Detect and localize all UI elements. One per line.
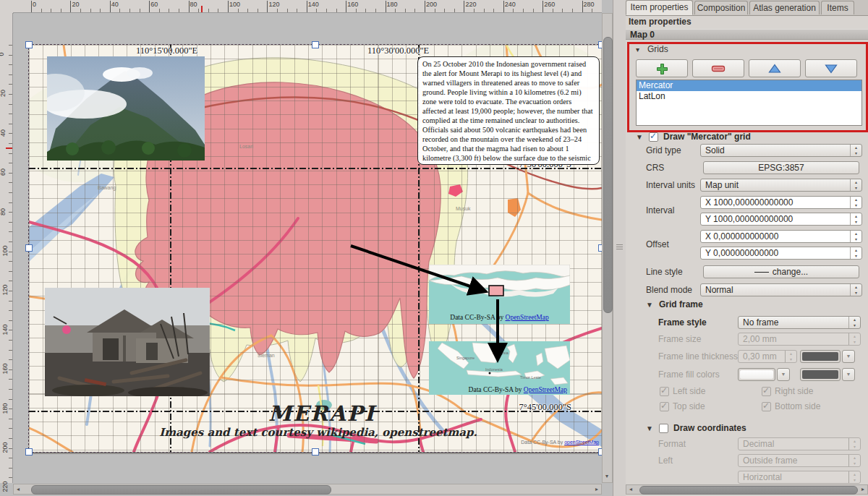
tab-item-properties[interactable]: Item properties xyxy=(626,0,693,15)
place-label: Sleman xyxy=(258,353,275,358)
panel-tabbar: Item properties Composition Atlas genera… xyxy=(626,0,868,16)
canvas-hscrollbar-thumb[interactable] xyxy=(31,485,331,495)
spinner-icon: ▴▾ xyxy=(848,438,860,450)
spinner-icon: ▴▾ xyxy=(850,197,861,208)
offset-label: Offset xyxy=(646,239,669,249)
openstreetmap-link[interactable]: OpenStreetMap xyxy=(506,314,549,321)
ruler-label: 120 xyxy=(1,285,9,296)
line-style-label: Line style xyxy=(646,267,683,277)
inset-country-label: Singapore xyxy=(456,356,475,360)
minus-icon xyxy=(711,64,726,74)
place-label: Losari xyxy=(239,144,253,149)
move-grid-down-button[interactable] xyxy=(805,59,857,77)
canvas-vscrollbar-thumb[interactable] xyxy=(603,37,613,313)
inset-map-java: Data CC-By-SA by OpenStreetMap xyxy=(429,265,570,324)
ruler-label: 100 xyxy=(1,245,9,256)
scroll-left-icon[interactable]: ◂ xyxy=(629,485,632,494)
line-style-change-button[interactable]: change... xyxy=(703,265,859,278)
interval-units-combo[interactable]: Map unit▴▾ xyxy=(700,179,862,192)
graticule-label: 110°15'00.000"E xyxy=(136,46,197,56)
grid-type-combo[interactable]: Solid▴▾ xyxy=(700,144,862,157)
move-grid-up-button[interactable] xyxy=(749,59,801,77)
frame-style-combo[interactable]: No frame▴▾ xyxy=(738,316,861,329)
panel-hscrollbar[interactable]: ◂ ▸ xyxy=(626,484,868,495)
grids-section-label: Grids xyxy=(647,44,668,54)
interval-units-label: Interval units xyxy=(646,180,695,190)
canvas-hscrollbar[interactable]: ◂ ▸ xyxy=(13,484,602,495)
ruler-label: 20 xyxy=(0,90,7,97)
grids-list-item[interactable]: Mercator xyxy=(637,80,861,91)
ruler-label: 0 xyxy=(33,1,36,8)
draw-coordinates-checkbox[interactable] xyxy=(659,424,668,433)
spinner-icon: ▴▾ xyxy=(848,333,860,345)
interval-label: Interval xyxy=(646,205,674,215)
selection-handle-sw[interactable] xyxy=(25,448,33,456)
offset-x-spinbox[interactable]: X 0,000000000000▴▾ xyxy=(700,230,862,243)
scroll-down-icon[interactable]: ▾ xyxy=(605,472,608,481)
frame-fill-colors-label: Frame fill colors xyxy=(658,369,720,380)
bottom-side-label: Bottom side xyxy=(775,401,820,411)
collapse-arrow-icon[interactable]: ▼ xyxy=(646,301,653,309)
down-triangle-icon xyxy=(825,64,838,74)
selection-handle-n[interactable] xyxy=(312,41,319,48)
collapse-arrow-icon[interactable]: ▼ xyxy=(636,133,643,141)
ruler-label: 140 xyxy=(308,1,319,8)
offset-y-spinbox[interactable]: Y 0,000000000000▴▾ xyxy=(700,247,862,260)
inset-country-label: Malaysia xyxy=(493,351,509,355)
tab-atlas-generation[interactable]: Atlas generation xyxy=(749,1,820,14)
scroll-left-icon[interactable]: ◂ xyxy=(17,485,20,494)
interval-x-spinbox[interactable]: X 1000,000000000000▴▾ xyxy=(700,196,862,209)
canvas-vscrollbar[interactable]: ▾ xyxy=(602,13,613,483)
grids-list-item[interactable]: LatLon xyxy=(637,91,861,102)
ruler-vertical: 020406080100120140160180200220 xyxy=(0,13,13,483)
blend-mode-combo[interactable]: Normal▴▾ xyxy=(700,283,862,296)
top-side-label: Top side xyxy=(673,401,705,411)
article-textbox: On 25 October 2010 the Indonesian govern… xyxy=(417,56,600,165)
selection-handle-s[interactable] xyxy=(312,448,319,456)
ruler-label: 100 xyxy=(229,1,240,8)
tab-composition[interactable]: Composition xyxy=(694,1,748,14)
coords-left-combo: Outside frame▴▾ xyxy=(738,454,861,467)
settlement-orange xyxy=(508,198,521,217)
scroll-right-icon[interactable]: ▸ xyxy=(595,485,598,494)
selection-handle-nw[interactable] xyxy=(25,41,33,48)
openstreetmap-link[interactable]: OpenStreetMap xyxy=(524,386,567,393)
spinner-icon: ▴▾ xyxy=(848,471,860,483)
frame-line-thickness-label: Frame line thickness xyxy=(658,351,738,362)
frame-line-color-dropdown: ▼ xyxy=(842,350,855,363)
top-side-checkbox xyxy=(660,402,669,411)
ruler-cursor-marker-h xyxy=(201,6,203,12)
crs-button[interactable]: EPSG:3857 xyxy=(703,161,859,174)
coords-left-label: Left xyxy=(658,456,673,466)
right-side-checkbox xyxy=(762,387,771,396)
frame-fill-color2-swatch xyxy=(800,368,841,381)
interval-y-spinbox[interactable]: Y 1000,000000000000▴▾ xyxy=(700,213,862,226)
remove-grid-button[interactable] xyxy=(692,59,744,77)
add-grid-button[interactable] xyxy=(636,59,688,77)
qgis-composer-window: 0204060801001201401601802002202402602803… xyxy=(0,0,868,496)
ruler-label: 40 xyxy=(0,129,7,137)
panel-hscrollbar-thumb[interactable] xyxy=(639,486,858,495)
collapse-arrow-icon[interactable]: ▾ xyxy=(636,46,639,54)
ruler-label: 260 xyxy=(544,1,555,8)
line-preview-icon xyxy=(754,272,769,273)
selection-handle-w[interactable] xyxy=(25,244,33,252)
grids-list[interactable]: MercatorLatLon xyxy=(636,80,862,126)
ruler-label: 40 xyxy=(111,1,119,8)
graticule-label: 110°30'00.000"E xyxy=(367,46,429,56)
frame-fill-color1-dropdown: ▼ xyxy=(777,368,790,381)
ruler-label: 0 xyxy=(0,52,5,56)
scroll-right-icon[interactable]: ▸ xyxy=(861,485,864,494)
openstreetmap-link-small[interactable]: openStreetMap xyxy=(564,440,599,445)
ruler-label: 220 xyxy=(465,1,476,8)
ruler-label: 160 xyxy=(1,364,9,375)
grid-type-label: Grid type xyxy=(646,145,681,155)
panel-title: Item properties xyxy=(629,17,692,27)
ruler-label: 60 xyxy=(0,168,7,176)
credit-text: Data CC-By-SA by xyxy=(450,314,505,321)
composition-page-map-item[interactable]: 110°15'00.000"E 110°30'00.000"E 7°30'00.… xyxy=(29,45,602,452)
collapse-arrow-icon[interactable]: ▼ xyxy=(646,424,653,432)
tab-items[interactable]: Items xyxy=(821,1,854,14)
draw-grid-checkbox[interactable] xyxy=(649,132,658,142)
panel-splitter[interactable] xyxy=(613,0,627,496)
